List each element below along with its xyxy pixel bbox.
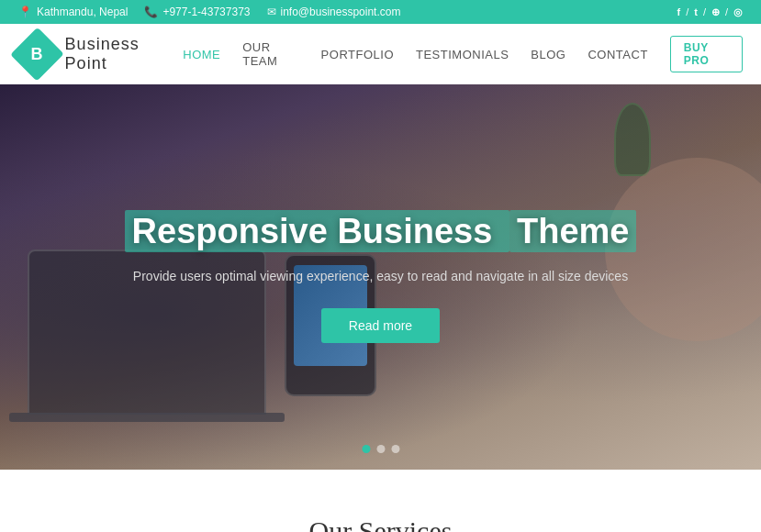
hero-title: Responsive Business Theme (125, 211, 637, 253)
main-nav: HOME OUR TEAM PORTFOLIO TESTIMONIALS BLO… (183, 36, 743, 72)
logo-letter: B (31, 44, 43, 63)
hero-subtitle: Provide users optimal viewing experience… (125, 266, 637, 286)
hero-title-theme-text: Theme (509, 210, 636, 252)
nav-home[interactable]: HOME (183, 48, 220, 61)
nav-contact[interactable]: CONTACT (588, 48, 647, 61)
hero-title-text: Responsive Business (125, 210, 509, 252)
location-item: 📍 Kathmandu, Nepal (18, 6, 128, 18)
facebook-link[interactable]: f (677, 6, 680, 17)
logo[interactable]: B Business Point (18, 35, 183, 73)
location-text: Kathmandu, Nepal (37, 6, 128, 18)
services-title: Our Services (18, 515, 743, 532)
buy-pro-button[interactable]: BUY PRO (670, 36, 743, 72)
email-item[interactable]: ✉ info@businesspoint.com (267, 6, 401, 18)
nav-blog[interactable]: BLOG (531, 48, 565, 61)
nav-testimonials[interactable]: TESTIMONIALS (416, 48, 509, 61)
dot-1[interactable] (362, 445, 370, 453)
logo-diamond: B (10, 28, 63, 81)
header: B Business Point HOME OUR TEAM PORTFOLIO… (0, 24, 761, 84)
logo-name: Business Point (65, 35, 184, 73)
hero-content: Responsive Business Theme Provide users … (106, 193, 655, 361)
top-bar: 📍 Kathmandu, Nepal 📞 +977-1-43737373 ✉ i… (0, 0, 761, 24)
nav-portfolio[interactable]: PORTFOLIO (321, 48, 394, 61)
plant-decoration (614, 103, 651, 176)
dot-2[interactable] (376, 445, 385, 453)
email-icon: ✉ (267, 6, 276, 18)
instagram-link[interactable]: ◎ (733, 6, 743, 18)
dot-3[interactable] (391, 445, 399, 453)
location-icon: 📍 (18, 6, 32, 18)
services-section: Our Services We are creative design agen… (0, 470, 761, 532)
top-bar-left: 📍 Kathmandu, Nepal 📞 +977-1-43737373 ✉ i… (18, 6, 400, 18)
twitter-link[interactable]: t (694, 6, 698, 17)
phone-item[interactable]: 📞 +977-1-43737373 (144, 6, 250, 18)
laptop-base (9, 413, 285, 422)
googleplus-link[interactable]: ⊕ (711, 6, 720, 18)
phone-text: +977-1-43737373 (162, 6, 250, 18)
read-more-button[interactable]: Read more (321, 308, 440, 343)
slider-dots[interactable] (362, 445, 399, 453)
hero-section: Responsive Business Theme Provide users … (0, 84, 761, 470)
phone-icon: 📞 (144, 6, 158, 18)
email-text: info@businesspoint.com (281, 6, 401, 18)
nav-our-team[interactable]: OUR TEAM (242, 40, 298, 68)
social-links: f / t / ⊕ / ◎ (677, 6, 743, 18)
